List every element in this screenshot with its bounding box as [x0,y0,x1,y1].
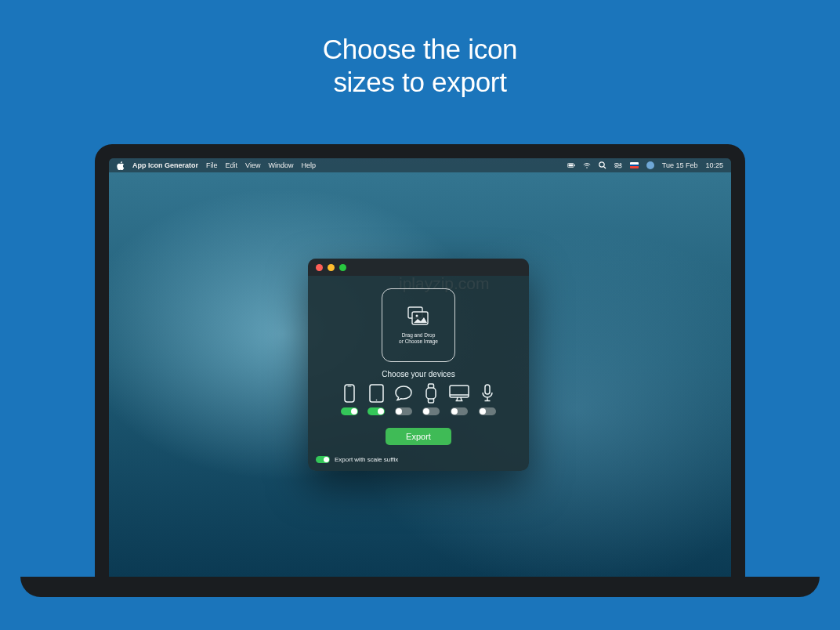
svg-rect-18 [485,385,490,394]
image-drop-zone[interactable]: Drag and Drop or Choose Image [382,288,455,362]
desktop-screen: App Icon Generator File Edit View Window… [109,158,731,577]
battery-icon[interactable] [567,161,575,169]
device-ipad [368,383,385,415]
svg-rect-8 [617,166,621,168]
iphone-icon [344,383,355,404]
svg-point-3 [586,167,588,168]
device-watch-toggle[interactable] [422,407,440,415]
drop-text-line1: Drag and Drop [399,332,438,339]
device-iphone-toggle[interactable] [341,407,358,415]
device-carplay-toggle[interactable] [479,407,496,415]
scale-suffix-label: Export with scale suffix [335,456,398,463]
svg-point-4 [599,162,604,167]
traffic-light-minimize-icon[interactable] [328,264,335,271]
svg-rect-16 [426,388,436,399]
svg-point-6 [620,164,621,165]
window-titlebar[interactable] [308,259,529,276]
watch-icon [425,383,437,404]
traffic-light-zoom-icon[interactable] [339,264,346,271]
drop-zone-text: Drag and Drop or Choose Image [399,332,438,345]
laptop-lid: App Icon Generator File Edit View Window… [95,144,745,577]
input-source-flag-icon[interactable] [630,162,639,168]
menubar-app-name[interactable]: App Icon Generator [132,161,198,169]
search-icon[interactable] [599,161,606,169]
device-ipad-toggle[interactable] [368,407,385,415]
carplay-mic-icon [481,383,494,404]
svg-rect-2 [568,165,573,167]
laptop-mockup: App Icon Generator File Edit View Window… [95,144,745,577]
svg-rect-12 [345,385,354,402]
user-avatar-icon[interactable] [646,161,654,169]
menubar-menu-window[interactable]: Window [268,161,293,169]
device-message [394,383,413,415]
wifi-icon[interactable] [583,161,591,169]
devices-row [308,383,529,415]
menubar-time[interactable]: 10:25 [705,161,723,169]
app-window: Drag and Drop or Choose Image Choose you… [308,259,529,471]
menubar-menu-view[interactable]: View [245,161,260,169]
traffic-light-close-icon[interactable] [316,264,323,271]
macos-menubar: App Icon Generator File Edit View Window… [109,158,731,172]
svg-rect-13 [348,386,352,387]
menubar-menu-file[interactable]: File [206,161,218,169]
device-message-toggle[interactable] [395,407,412,415]
device-iphone [341,383,358,415]
menubar-date[interactable]: Tue 15 Feb [662,161,698,169]
headline: Choose the icon sizes to export [0,0,840,99]
menubar-menu-help[interactable]: Help [301,161,316,169]
scale-suffix-toggle[interactable] [316,456,330,463]
headline-line1: Choose the icon [0,33,840,66]
laptop-base [20,577,820,597]
drop-text-line2: or Choose Image [399,339,438,345]
svg-point-7 [615,166,617,168]
device-watch [422,383,440,415]
device-mac-toggle[interactable] [451,407,468,415]
message-bubble-icon [394,383,413,404]
scale-suffix-row: Export with scale suffix [316,456,529,463]
imac-icon [449,383,469,404]
ipad-icon [369,383,384,404]
svg-rect-1 [574,165,574,166]
menubar-menu-edit[interactable]: Edit [226,161,238,169]
choose-devices-label: Choose your devices [308,370,529,378]
export-button[interactable]: Export [386,428,451,445]
apple-logo-icon[interactable] [117,161,125,170]
image-stack-icon [406,306,431,328]
svg-point-15 [375,400,377,401]
svg-rect-5 [614,164,618,165]
device-mac [449,383,469,415]
headline-line2: sizes to export [0,66,840,99]
svg-point-11 [416,315,418,317]
control-center-icon[interactable] [614,161,622,169]
device-carplay [479,383,496,415]
